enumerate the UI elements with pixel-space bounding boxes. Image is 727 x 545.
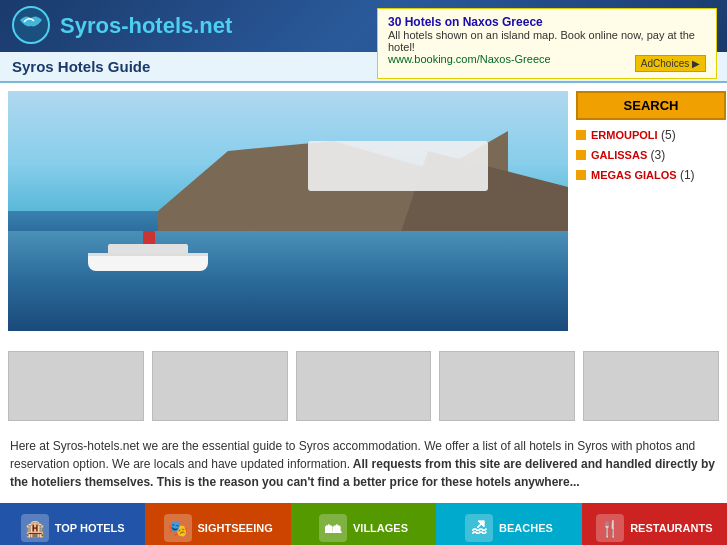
bottom-nav-restaurants[interactable]: 🍴 RESTAURANTS [582, 503, 727, 545]
villages-label: VILLAGES [353, 522, 408, 534]
hotels-label: TOP HOTELS [55, 522, 125, 534]
hotel-list-item[interactable]: ERMOUPOLI (5) [576, 128, 726, 142]
restaurants-icon: 🍴 [596, 514, 624, 542]
hero-ship [88, 236, 208, 271]
thumbnail-row [0, 343, 727, 429]
description-block: Here at Syros-hotels.net we are the esse… [0, 429, 727, 499]
beaches-label: BEACHES [499, 522, 553, 534]
hotel-count: (1) [680, 168, 695, 182]
hotel-count: (3) [651, 148, 666, 162]
ad-choices-button[interactable]: AdChoices ▶ [635, 55, 706, 72]
bottom-nav-hotels[interactable]: 🏨 TOP HOTELS [0, 503, 145, 545]
villages-icon: 🏘 [319, 514, 347, 542]
hero-white-buildings [308, 141, 488, 191]
ad-title: 30 Hotels on Naxos Greece [388, 15, 706, 29]
hotel-name[interactable]: ERMOUPOLI [591, 129, 658, 141]
ship-body [88, 253, 208, 271]
bottom-nav-beaches[interactable]: 🏖 BEACHES [436, 503, 581, 545]
search-button[interactable]: SEARCH [576, 91, 726, 120]
hotel-name[interactable]: MEGAS GIALOS [591, 169, 677, 181]
sightseeing-icon: 🎭 [164, 514, 192, 542]
hotels-icon: 🏨 [21, 514, 49, 542]
bottom-nav-villages[interactable]: 🏘 VILLAGES [291, 503, 436, 545]
bottom-navigation: 🏨 TOP HOTELS 🎭 SIGHTSEEING 🏘 VILLAGES 🏖 … [0, 503, 727, 545]
ship-stack [143, 231, 155, 245]
thumbnail-4[interactable] [439, 351, 575, 421]
hotel-count: (5) [661, 128, 676, 142]
main-content: SEARCH ERMOUPOLI (5) GALISSAS (3) MEGAS … [0, 83, 727, 339]
hotel-list-item[interactable]: MEGAS GIALOS (1) [576, 168, 726, 182]
hotel-bullet [576, 170, 586, 180]
hotel-bullet [576, 130, 586, 140]
hotel-list: ERMOUPOLI (5) GALISSAS (3) MEGAS GIALOS … [576, 128, 726, 182]
search-sidebar: SEARCH ERMOUPOLI (5) GALISSAS (3) MEGAS … [576, 91, 726, 331]
logo-icon[interactable] [12, 6, 60, 47]
page-title: Syros Hotels Guide [12, 58, 150, 75]
thumbnail-2[interactable] [152, 351, 288, 421]
restaurants-label: RESTAURANTS [630, 522, 712, 534]
ad-link[interactable]: www.booking.com/Naxos-Greece [388, 53, 551, 65]
ad-description: All hotels shown on an island map. Book … [388, 29, 706, 53]
ad-banner[interactable]: 30 Hotels on Naxos Greece All hotels sho… [377, 8, 717, 79]
hotel-bullet [576, 150, 586, 160]
sightseeing-label: SIGHTSEEING [198, 522, 273, 534]
hotel-name[interactable]: GALISSAS [591, 149, 647, 161]
thumbnail-1[interactable] [8, 351, 144, 421]
thumbnail-5[interactable] [583, 351, 719, 421]
hero-image [8, 91, 568, 331]
site-title[interactable]: Syros-hotels.net [60, 13, 232, 39]
thumbnail-3[interactable] [296, 351, 432, 421]
hotel-list-item[interactable]: GALISSAS (3) [576, 148, 726, 162]
beaches-icon: 🏖 [465, 514, 493, 542]
bottom-nav-sightseeing[interactable]: 🎭 SIGHTSEEING [145, 503, 290, 545]
